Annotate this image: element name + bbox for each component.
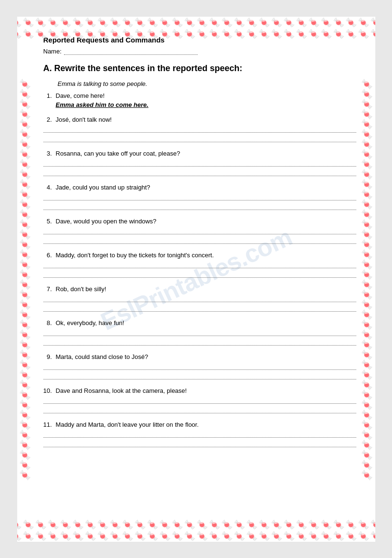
candy-icon: 🍬 <box>19 260 31 269</box>
candy-icon: 🍬 <box>134 520 146 529</box>
candy-icon: 🍬 <box>171 531 183 541</box>
candy-icon: 🍬 <box>258 531 270 541</box>
answer-line-9b <box>43 372 356 379</box>
answer-line-11b <box>43 440 356 447</box>
candy-icon: 🍬 <box>271 520 283 529</box>
candy-icon: 🍬 <box>258 520 270 529</box>
question-3-num: 3. <box>43 150 52 157</box>
candy-icon: 🍬 <box>60 18 72 27</box>
question-9-content: Marta, could stand close to José? <box>56 353 148 360</box>
outer-page: 🍬 🍬 🍬 🍬 🍬 🍬 🍬 🍬 🍬 🍬 🍬 🍬 🍬 🍬 🍬 🍬 🍬 🍬 🍬 <box>0 0 392 558</box>
candy-icon: 🍬 <box>370 18 375 27</box>
candy-icon: 🍬 <box>361 190 373 199</box>
question-item-3: 3. Rosanna, can you take off your coat, … <box>43 150 356 176</box>
candy-icon: 🍬 <box>361 240 373 249</box>
candy-icon: 🍬 <box>22 18 34 27</box>
question-11-content: Maddy and Marta, don't leave your litter… <box>56 421 199 428</box>
candy-icon: 🍬 <box>109 531 121 541</box>
candy-icon: 🍬 <box>19 210 31 219</box>
question-3-text: 3. Rosanna, can you take off your coat, … <box>43 150 356 157</box>
candy-icon: 🍬 <box>60 531 72 541</box>
candy-icon: 🍬 <box>308 520 320 529</box>
candy-icon: 🍬 <box>345 531 357 541</box>
candy-icon: 🍬 <box>361 330 373 339</box>
candy-icon: 🍬 <box>85 520 96 529</box>
candy-icon: 🍬 <box>19 400 31 410</box>
candy-icon: 🍬 <box>361 390 373 400</box>
answer-line-7 <box>43 295 356 302</box>
candy-icon: 🍬 <box>35 18 47 27</box>
candy-icon: 🍬 <box>35 520 47 529</box>
candy-icon: 🍬 <box>361 450 373 460</box>
question-2-text: 2. José, don't talk now! <box>43 116 356 123</box>
question-item-10: 10. Dave and Rosanna, look at the camera… <box>43 387 356 413</box>
candy-icon: 🍬 <box>361 280 373 289</box>
candy-icon: 🍬 <box>22 520 34 529</box>
candy-icon: 🍬 <box>361 260 373 269</box>
candy-icon: 🍬 <box>17 520 22 529</box>
candy-icon: 🍬 <box>19 380 31 390</box>
question-10-content: Dave and Rosanna, look at the camera, pl… <box>56 387 187 394</box>
question-8-text: 8. Ok, everybody, have fun! <box>43 319 356 326</box>
answer-line-8 <box>43 328 356 336</box>
candy-icon: 🍬 <box>19 240 31 249</box>
border-top-row1: 🍬 🍬 🍬 🍬 🍬 🍬 🍬 🍬 🍬 🍬 🍬 🍬 🍬 🍬 🍬 🍬 🍬 🍬 🍬 <box>17 18 375 27</box>
candy-icon: 🍬 <box>296 520 307 529</box>
question-item-11: 11. Maddy and Marta, don't leave your li… <box>43 421 356 447</box>
candy-icon: 🍬 <box>283 531 295 541</box>
candy-icon: 🍬 <box>361 179 373 189</box>
candy-icon: 🍬 <box>361 400 373 410</box>
candy-icon: 🍬 <box>361 230 373 239</box>
candy-icon: 🍬 <box>320 18 332 27</box>
candy-icon: 🍬 <box>171 18 183 27</box>
candy-icon: 🍬 <box>97 18 109 27</box>
candy-icon: 🍬 <box>19 139 31 149</box>
candy-icon: 🍬 <box>209 18 221 27</box>
candy-icon: 🍬 <box>134 531 146 541</box>
candy-icon: 🍬 <box>361 410 373 420</box>
question-5-content: Dave, would you open the windows? <box>56 218 157 225</box>
candy-icon: 🍬 <box>171 520 183 529</box>
name-label: Name: <box>43 48 62 55</box>
candy-icon: 🍬 <box>17 29 22 39</box>
question-7-text: 7. Rob, don't be silly! <box>43 285 356 293</box>
question-2-content: José, don't talk now! <box>56 116 112 123</box>
candy-icon: 🍬 <box>345 18 357 27</box>
candy-icon: 🍬 <box>361 360 373 369</box>
answer-line-2 <box>43 125 356 133</box>
candy-icon: 🍬 <box>361 420 373 430</box>
question-10-num: 10. <box>43 387 52 394</box>
question-item-2: 2. José, don't talk now! <box>43 116 356 142</box>
candy-icon: 🍬 <box>221 520 233 529</box>
candy-icon: 🍬 <box>19 340 31 349</box>
candy-icon: 🍬 <box>147 531 159 541</box>
answer-line-10 <box>43 396 356 404</box>
candy-icon: 🍬 <box>19 420 31 430</box>
candy-icon: 🍬 <box>361 340 373 349</box>
candy-icon: 🍬 <box>19 250 31 259</box>
candy-icon: 🍬 <box>361 460 373 470</box>
candy-icon: 🍬 <box>97 520 109 529</box>
candy-icon: 🍬 <box>19 320 31 329</box>
candy-icon: 🍬 <box>184 531 196 541</box>
candy-icon: 🍬 <box>19 179 31 189</box>
candy-icon: 🍬 <box>72 520 84 529</box>
candy-icon: 🍬 <box>361 79 373 89</box>
answer-line-6b <box>43 270 356 278</box>
candy-icon: 🍬 <box>19 169 31 179</box>
example-question-text: Dave, come here! <box>56 92 105 99</box>
question-4-text: 4. Jade, could you stand up straight? <box>43 184 356 191</box>
candy-icon: 🍬 <box>19 280 31 289</box>
candy-icon: 🍬 <box>283 520 295 529</box>
candy-icon: 🍬 <box>22 29 34 39</box>
candy-icon: 🍬 <box>72 531 84 541</box>
candy-icon: 🍬 <box>19 79 31 89</box>
question-7-content: Rob, don't be silly! <box>56 285 106 293</box>
answer-line-4 <box>43 193 356 200</box>
candy-icon: 🍬 <box>109 520 121 529</box>
candy-icon: 🍬 <box>246 18 258 27</box>
name-line: Name: <box>43 48 356 55</box>
candy-icon: 🍬 <box>19 360 31 369</box>
question-5-text: 5. Dave, would you open the windows? <box>43 218 356 225</box>
answer-line-9 <box>43 362 356 370</box>
